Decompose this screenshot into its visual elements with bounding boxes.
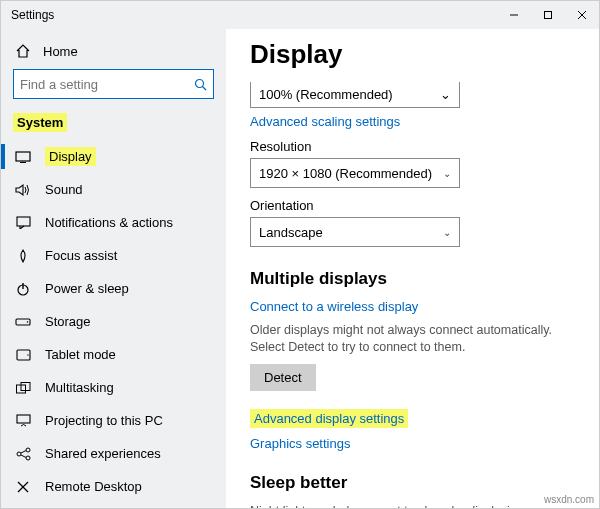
sidebar: Home System Display Sound Notifications … (1, 29, 226, 508)
svg-point-12 (27, 321, 29, 323)
tablet-icon (15, 349, 31, 361)
resolution-value: 1920 × 1080 (Recommended) (259, 166, 432, 181)
advanced-scaling-link[interactable]: Advanced scaling settings (250, 114, 400, 129)
sidebar-item-storage[interactable]: Storage (13, 305, 214, 338)
category-label: System (13, 113, 67, 132)
close-button[interactable] (565, 1, 599, 29)
sleep-better-desc: Night light can help you get to sleep by… (250, 503, 575, 508)
sidebar-item-notifications[interactable]: Notifications & actions (13, 206, 214, 239)
sidebar-item-label: Sound (45, 182, 83, 197)
svg-rect-1 (545, 12, 552, 19)
wireless-display-link[interactable]: Connect to a wireless display (250, 299, 418, 314)
projecting-icon (15, 414, 31, 427)
sidebar-item-shared-experiences[interactable]: Shared experiences (13, 437, 214, 470)
scale-value: 100% (Recommended) (259, 87, 393, 102)
power-icon (15, 282, 31, 296)
sidebar-item-label: Shared experiences (45, 446, 161, 461)
sound-icon (15, 183, 31, 197)
orientation-label: Orientation (250, 198, 575, 213)
chevron-down-icon: ⌄ (440, 87, 451, 102)
multiple-displays-heading: Multiple displays (250, 269, 575, 289)
svg-point-20 (26, 456, 30, 460)
orientation-value: Landscape (259, 225, 323, 240)
window-title: Settings (11, 8, 54, 22)
watermark: wsxdn.com (544, 494, 594, 505)
svg-point-18 (17, 452, 21, 456)
home-button[interactable]: Home (13, 37, 214, 69)
sidebar-item-label: Storage (45, 314, 91, 329)
sidebar-item-remote-desktop[interactable]: Remote Desktop (13, 470, 214, 503)
sidebar-item-label: Remote Desktop (45, 479, 142, 494)
detect-button[interactable]: Detect (250, 364, 316, 391)
maximize-button[interactable] (531, 1, 565, 29)
sleep-better-heading: Sleep better (250, 473, 575, 493)
svg-point-14 (27, 354, 28, 355)
page-title: Display (250, 39, 575, 70)
sidebar-item-label: Notifications & actions (45, 215, 173, 230)
multitasking-icon (15, 382, 31, 394)
home-icon (15, 43, 31, 59)
display-icon (15, 151, 31, 163)
svg-rect-6 (16, 152, 30, 161)
orientation-select[interactable]: Landscape ⌄ (250, 217, 460, 247)
content-pane: Display 100% (Recommended) ⌄ Advanced sc… (226, 29, 599, 508)
storage-icon (15, 317, 31, 327)
sidebar-item-label: Tablet mode (45, 347, 116, 362)
chevron-down-icon: ⌄ (443, 168, 451, 179)
sidebar-item-label: Power & sleep (45, 281, 129, 296)
titlebar: Settings (1, 1, 599, 29)
sidebar-item-multitasking[interactable]: Multitasking (13, 371, 214, 404)
resolution-label: Resolution (250, 139, 575, 154)
sidebar-item-focus-assist[interactable]: Focus assist (13, 239, 214, 272)
window-controls (497, 1, 599, 29)
sidebar-item-power-sleep[interactable]: Power & sleep (13, 272, 214, 305)
search-input[interactable] (20, 77, 194, 92)
svg-line-21 (21, 450, 26, 453)
svg-line-5 (203, 86, 207, 90)
svg-rect-8 (17, 217, 30, 226)
sidebar-item-tablet-mode[interactable]: Tablet mode (13, 338, 214, 371)
svg-point-19 (26, 448, 30, 452)
resolution-select[interactable]: 1920 × 1080 (Recommended) ⌄ (250, 158, 460, 188)
sidebar-item-label: Multitasking (45, 380, 114, 395)
focus-assist-icon (15, 249, 31, 263)
remote-desktop-icon (15, 480, 31, 494)
svg-line-22 (21, 455, 26, 458)
shared-icon (15, 447, 31, 461)
svg-point-4 (196, 79, 204, 87)
sidebar-item-label: Display (45, 147, 96, 166)
graphics-settings-link[interactable]: Graphics settings (250, 436, 350, 451)
sidebar-item-projecting[interactable]: Projecting to this PC (13, 404, 214, 437)
settings-window: Settings Home (0, 0, 600, 509)
advanced-display-settings-link[interactable]: Advanced display settings (250, 409, 408, 428)
scale-select[interactable]: 100% (Recommended) ⌄ (250, 82, 460, 108)
minimize-button[interactable] (497, 1, 531, 29)
sidebar-item-display[interactable]: Display (13, 140, 214, 173)
search-box[interactable] (13, 69, 214, 99)
chevron-down-icon: ⌄ (443, 227, 451, 238)
multiple-displays-desc: Older displays might not always connect … (250, 322, 575, 356)
home-label: Home (43, 44, 78, 59)
sidebar-item-label: Projecting to this PC (45, 413, 163, 428)
svg-rect-17 (17, 415, 30, 423)
sidebar-item-label: Focus assist (45, 248, 117, 263)
search-icon (194, 78, 207, 91)
sidebar-item-sound[interactable]: Sound (13, 173, 214, 206)
notifications-icon (15, 216, 31, 229)
